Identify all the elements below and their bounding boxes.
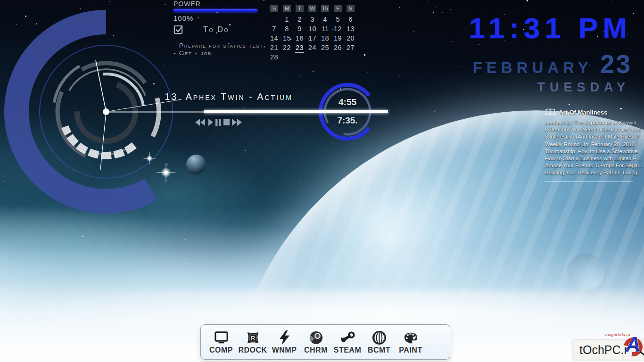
calendar-date: 11 <box>319 25 331 32</box>
stop-button[interactable] <box>223 119 230 125</box>
play-button[interactable] <box>208 119 213 126</box>
playback-controls <box>194 118 243 127</box>
todo-title: To Do <box>203 25 229 34</box>
calendar-date: 18 <box>319 34 331 41</box>
calendar-date: 28 <box>268 53 281 60</box>
calendar-date: 27 <box>344 44 357 51</box>
dock-item-paint[interactable]: PAINT <box>397 330 424 354</box>
calendar-date: 2 <box>293 16 306 23</box>
calendar-date: 7 <box>268 25 281 32</box>
calendar-widget: SMTWThFS 1234567891011121314151617181920… <box>268 5 357 60</box>
track-progress-bar[interactable] <box>204 110 388 113</box>
rss-divider <box>545 181 633 182</box>
calendar-date <box>306 53 319 60</box>
digital-clock-date: FEBRUARY 23 <box>473 49 632 79</box>
calendar-date: 15 <box>281 34 293 41</box>
todo-item: - Get a job <box>173 49 275 57</box>
calendar-date: 3 <box>306 16 319 23</box>
day-number: 23 <box>600 49 632 79</box>
dock-label: BCMT <box>368 346 390 354</box>
calendar-date: 1 <box>281 16 293 23</box>
winamp-icon <box>277 330 292 346</box>
bright-star <box>161 167 171 178</box>
calendar-day-header: Th <box>321 5 329 12</box>
calendar-date: 8 <box>281 25 293 32</box>
bitcomet-icon <box>372 330 387 346</box>
rss-header[interactable]: Art Of Manliness <box>545 108 635 116</box>
dock-item-chrm[interactable]: CHRM <box>302 330 330 354</box>
calendar-date: 21 <box>268 44 281 51</box>
elapsed-time: 4:55 <box>326 97 369 107</box>
dock-item-bcmt[interactable]: BCMT <box>365 330 393 354</box>
calendar-date: 20 <box>344 34 357 41</box>
calendar-day-headers: SMTWThFS <box>268 5 357 12</box>
paint-icon <box>403 330 419 346</box>
power-bar-fill <box>173 9 257 12</box>
steam-icon <box>340 330 355 346</box>
calendar-date <box>344 53 357 60</box>
calendar-date: 22 <box>281 44 293 51</box>
power-label: POWER <box>173 0 258 8</box>
calendar-day-header: S <box>270 5 278 12</box>
calendar-date: 26 <box>331 44 344 51</box>
rss-item[interactable]: 8 Interesting (And Insane) Male Rites of… <box>545 133 635 140</box>
calendar-date: 17 <box>306 34 319 41</box>
calendar-date: 25 <box>319 44 331 51</box>
dock-item-comp[interactable]: COMP <box>207 330 235 354</box>
calendar-day-header: F <box>334 5 342 12</box>
rss-item[interactable]: Leadership: The Importance of Knowin… <box>545 119 635 126</box>
chrome-icon <box>308 330 324 346</box>
bright-star <box>146 155 153 162</box>
calendar-grid: 1234567891011121314151617181920212223242… <box>268 16 357 60</box>
rss-item[interactable]: How to Start a Business with Limited F… <box>545 155 635 162</box>
digital-clock-time: 11:31 PM <box>469 11 632 45</box>
forward-button[interactable] <box>232 119 242 126</box>
calendar-date <box>281 53 293 60</box>
rss-item[interactable]: Amaze Your Friends: 5 Props For Begin… <box>545 162 635 169</box>
calendar-date <box>319 53 331 60</box>
calendar-date: 12 <box>331 25 344 32</box>
rss-feed-title: Art Of Manliness <box>559 109 607 116</box>
power-value: 100% <box>173 14 258 22</box>
dock-item-wnmp[interactable]: WNMP <box>271 330 298 354</box>
todo-list: - Prepare for statics test.- Get a job <box>173 42 275 57</box>
now-playing-title: 13. Aphex Twin - Actium <box>139 91 318 102</box>
dock-label: RDOCK <box>238 346 267 354</box>
calendar-date: 10 <box>306 25 319 32</box>
power-widget: POWER 100% <box>173 0 258 22</box>
month-label: FEBRUARY <box>473 59 593 77</box>
starfield <box>0 0 0 0</box>
watermark-small-text: magnetida.ru <box>605 332 630 337</box>
dock-label: COMP <box>209 346 233 354</box>
desktop: POWER 100% To Do - Prepare for statics t… <box>0 0 644 362</box>
todo-checkbox-icon <box>173 25 183 34</box>
rss-widget: Art Of Manliness Leadership: The Importa… <box>545 108 635 182</box>
calendar-date <box>268 16 281 23</box>
todo-widget: To Do - Prepare for statics test.- Get a… <box>173 25 275 57</box>
weekday-label: TUESDAY <box>537 80 630 95</box>
calendar-day-header: S <box>347 5 355 12</box>
rss-item[interactable]: Building Your Resiliency Part III: Takin… <box>545 169 635 176</box>
total-time: 7:35. <box>326 115 369 126</box>
rocketdock-icon: R <box>245 330 261 346</box>
calendar-date: 13 <box>344 25 357 32</box>
app-dock: COMP R RDOCK WNMP CHRM <box>200 324 450 360</box>
calendar-date: 23 <box>293 44 306 51</box>
pause-button[interactable] <box>215 119 221 126</box>
dock-label: CHRM <box>304 346 328 354</box>
dock-label: WNMP <box>272 346 297 354</box>
power-bar <box>173 9 257 12</box>
rss-item[interactable]: Weekly Round-Up: February 20, 2010 <box>545 141 635 148</box>
calendar-day-header: T <box>296 5 304 12</box>
dock-item-rdock[interactable]: R RDOCK <box>239 330 266 354</box>
todo-item: - Prepare for statics test. <box>173 42 275 49</box>
track-progress-track[interactable] <box>106 111 205 113</box>
calendar-date: 6 <box>344 16 357 23</box>
rss-item-list: Leadership: The Importance of Knowin…8 R… <box>545 119 635 177</box>
rewind-button[interactable] <box>195 119 205 126</box>
rss-item[interactable]: Toolmanship: How to Use a Screwdriver <box>545 148 635 155</box>
calendar-day-header: M <box>283 5 291 12</box>
dock-item-steam[interactable]: STEAM <box>334 330 361 354</box>
rss-item[interactable]: 8 Reasons You Need to Rediscover Your… <box>545 126 635 133</box>
monitor-icon <box>214 330 229 346</box>
